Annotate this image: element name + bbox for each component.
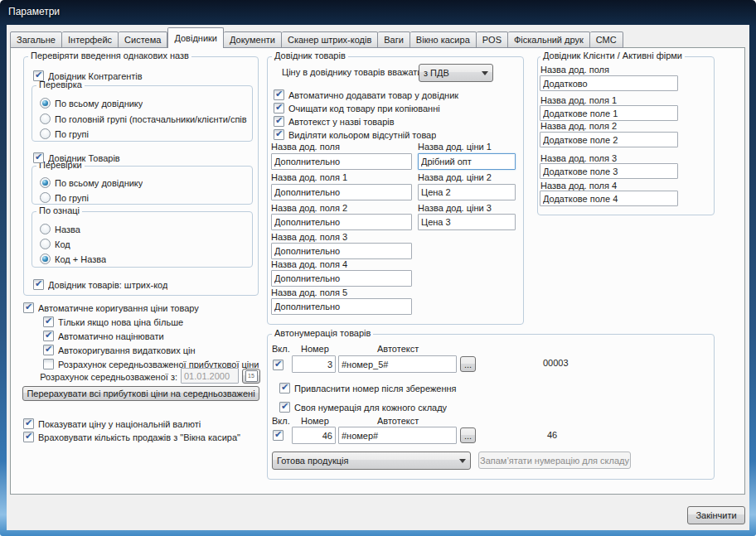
checkbox-clear-code-on-copy[interactable]: Очищати код товару при копіюванні bbox=[274, 102, 440, 114]
tab-skaner-shtrykh-kodiv[interactable]: Сканер штрих-кодів bbox=[282, 31, 378, 48]
group-products-dictionary-title: Довідник товарів bbox=[272, 51, 348, 60]
checkbox-highlight-missing[interactable]: Виділяти кольором відсутній товар bbox=[274, 128, 436, 141]
extra-field-1-input[interactable] bbox=[271, 184, 412, 200]
client-extra-field-3-input[interactable] bbox=[540, 163, 678, 179]
checkbox-box[interactable] bbox=[23, 302, 34, 313]
extra-field-2-input[interactable] bbox=[271, 214, 412, 230]
extra-field-3-input[interactable] bbox=[271, 243, 412, 259]
checkbox-contractors-dictionary[interactable]: Довідник Контрагентів bbox=[33, 70, 143, 82]
radio-whole-dictionary[interactable]: По всьому довіднику bbox=[40, 97, 143, 109]
autotext-2-browse-button[interactable]: ... bbox=[460, 427, 476, 443]
extra-field-0-input[interactable] bbox=[271, 153, 412, 170]
tab-zagalne[interactable]: Загальне bbox=[10, 31, 62, 48]
window-title: Параметри bbox=[8, 6, 60, 17]
checkbox-box[interactable] bbox=[23, 418, 34, 429]
checkbox-box[interactable] bbox=[43, 345, 54, 355]
field-label: Назва дод. поля 4 bbox=[271, 259, 347, 269]
tab-dovidnyky[interactable]: Довідники bbox=[167, 27, 224, 48]
radio-circle[interactable] bbox=[40, 177, 51, 188]
radio-circle[interactable] bbox=[40, 254, 51, 264]
autonum-autotext-2-input[interactable] bbox=[338, 427, 457, 444]
radio-circle[interactable] bbox=[40, 224, 51, 234]
checkbox-count-cashier-sales[interactable]: Враховувати кількість продажів з "Вікна … bbox=[23, 431, 240, 443]
recalc-prices-button[interactable]: Перерахувати всі прибуткові ціни на сере… bbox=[22, 386, 259, 401]
tab-systema[interactable]: Система bbox=[119, 31, 167, 48]
checkbox-label: Привласнити номер після збереження bbox=[294, 384, 457, 394]
checkbox-autonum-row1[interactable] bbox=[273, 359, 284, 371]
checkbox-auto-price-correction[interactable]: Автоматичне коригування ціни товару bbox=[23, 302, 199, 314]
extra-price-3-input[interactable] bbox=[418, 214, 516, 230]
client-extra-field-0-input[interactable] bbox=[540, 75, 678, 91]
tab-dokumenty[interactable]: Документи bbox=[224, 31, 282, 48]
tab-pos[interactable]: POS bbox=[477, 31, 508, 48]
radio-circle[interactable] bbox=[40, 192, 51, 203]
checkbox-box[interactable] bbox=[273, 430, 284, 441]
checkbox-box[interactable] bbox=[43, 331, 54, 341]
radio-circle[interactable] bbox=[40, 239, 51, 249]
checkbox-box[interactable] bbox=[279, 402, 290, 413]
client-extra-field-2-input[interactable] bbox=[540, 132, 678, 147]
checkbox-autonum-row2[interactable] bbox=[273, 429, 284, 442]
autonum-autotext-1-input[interactable] bbox=[338, 355, 457, 373]
extra-price-1-input[interactable] bbox=[418, 153, 516, 170]
tab-interfeis[interactable]: Інтерфейс bbox=[62, 31, 119, 48]
radio-by-group-2[interactable]: По групі bbox=[40, 191, 89, 204]
checkbox-box[interactable] bbox=[273, 360, 284, 370]
calendar-button[interactable]: 15 bbox=[242, 369, 260, 384]
warehouse-select[interactable]: Готова продукція bbox=[272, 451, 471, 470]
autotext-1-browse-button[interactable]: ... bbox=[460, 356, 476, 372]
checkbox-box[interactable] bbox=[43, 359, 54, 369]
radio-code[interactable]: Код bbox=[40, 238, 70, 250]
radio-name[interactable]: Назва bbox=[40, 223, 80, 235]
vat-select[interactable]: з ПДВ bbox=[419, 64, 493, 82]
checkbox-label: Довідник Контрагентів bbox=[48, 71, 143, 81]
tab-fiskalnyi-druk[interactable]: Фіскальний друк bbox=[508, 31, 590, 48]
tab-sms[interactable]: СМС bbox=[590, 31, 623, 48]
radio-whole-dictionary-2[interactable]: По всьому довіднику bbox=[40, 176, 143, 189]
field-label: Назва дод. поля 3 bbox=[540, 153, 617, 163]
checkbox-label: Автотекст у назві товарів bbox=[288, 117, 395, 127]
checkbox-box[interactable] bbox=[33, 70, 44, 81]
checkbox-show-national-currency[interactable]: Показувати ціну у національній валюті bbox=[23, 418, 201, 430]
close-button[interactable]: Закінчити bbox=[687, 506, 745, 524]
checkbox-autotext-in-names[interactable]: Автотекст у назві товарів bbox=[274, 115, 395, 128]
client-extra-field-4-input[interactable] bbox=[540, 191, 678, 206]
checkbox-box[interactable] bbox=[33, 152, 44, 163]
tab-vagy[interactable]: Ваги bbox=[378, 31, 410, 48]
extra-price-2-input[interactable] bbox=[418, 184, 516, 200]
parameters-window: Параметри Загальне Інтерфейс Система Дов… bbox=[0, 0, 756, 536]
autonum-number-2-input[interactable] bbox=[292, 427, 336, 444]
checkbox-box[interactable] bbox=[274, 129, 284, 140]
checkbox-label: Автоматично націнювати bbox=[58, 331, 164, 341]
checkbox-products-barcode[interactable]: Довідник товарів: штрих-код bbox=[33, 278, 167, 291]
checkbox-label: Виділяти кольором відсутній товар bbox=[288, 130, 436, 140]
checkbox-auto-expense-prices[interactable]: Автокоригування видаткових цін bbox=[43, 344, 196, 356]
checkbox-box[interactable] bbox=[274, 116, 284, 127]
checkbox-only-if-higher[interactable]: Тільки якщо нова ціна більше bbox=[43, 316, 183, 328]
checkbox-box[interactable] bbox=[33, 279, 44, 290]
radio-main-group[interactable]: По головній групі (постачальники/клієнти… bbox=[40, 113, 252, 125]
radio-circle[interactable] bbox=[40, 128, 51, 139]
checkbox-products-dictionary[interactable]: Довідник Товарів bbox=[33, 152, 120, 164]
checkbox-auto-add-product[interactable]: Автоматично додавати товар у довідник bbox=[274, 89, 458, 101]
checkbox-auto-markup[interactable]: Автоматично націнювати bbox=[43, 330, 164, 342]
tab-vikno-kasyra[interactable]: Вікно касира bbox=[410, 31, 477, 48]
radio-circle[interactable] bbox=[40, 113, 51, 124]
extra-field-5-input[interactable] bbox=[271, 298, 412, 315]
autonum-number-1-input[interactable] bbox=[292, 355, 336, 373]
checkbox-box[interactable] bbox=[23, 432, 34, 442]
checkbox-box[interactable] bbox=[279, 383, 290, 394]
autonum-preview-1: 00003 bbox=[543, 358, 569, 368]
checkbox-box[interactable] bbox=[274, 103, 284, 113]
checkbox-own-numbering-per-warehouse[interactable]: Своя нумерація для кожного складу bbox=[279, 401, 447, 413]
radio-circle[interactable] bbox=[40, 98, 51, 109]
checkbox-box[interactable] bbox=[274, 89, 284, 100]
checkbox-box[interactable] bbox=[43, 316, 54, 327]
extra-field-4-input[interactable] bbox=[271, 270, 412, 287]
autonum-preview-2: 46 bbox=[547, 430, 557, 440]
chevron-down-icon bbox=[459, 459, 466, 466]
checkbox-assign-after-save[interactable]: Привласнити номер після збереження bbox=[279, 382, 457, 394]
client-extra-field-1-input[interactable] bbox=[540, 105, 678, 121]
radio-by-group[interactable]: По групі bbox=[40, 128, 89, 140]
radio-code-plus-name[interactable]: Код + Назва bbox=[40, 253, 106, 265]
